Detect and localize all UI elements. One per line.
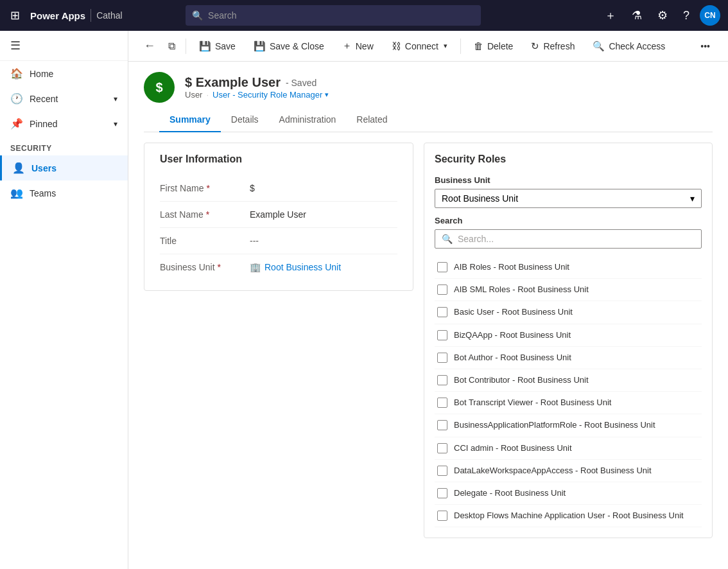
role-list-item[interactable]: Delegate - Root Business Unit	[435, 482, 702, 505]
save-label: Save	[215, 41, 236, 51]
security-roles-title: Security Roles	[435, 153, 702, 165]
role-checkbox[interactable]	[437, 511, 447, 521]
sidebar-toggle[interactable]: ☰	[0, 31, 128, 61]
role-checkbox[interactable]	[437, 466, 447, 476]
tab-related[interactable]: Related	[346, 108, 397, 132]
role-list-item[interactable]: DataLakeWorkspaceAppAccess - Root Busine…	[435, 460, 702, 482]
role-name: Desktop Flows Machine Application User -…	[454, 510, 684, 521]
sidebar-item-users[interactable]: 👤 Users	[0, 155, 128, 180]
role-checkbox[interactable]	[437, 353, 447, 363]
search-input[interactable]	[208, 10, 474, 21]
role-list-item[interactable]: Desktop Flows Machine Application User -…	[435, 505, 702, 527]
role-name: DataLakeWorkspaceAppAccess - Root Busine…	[454, 465, 652, 477]
restore-button[interactable]: ⧉	[163, 38, 180, 55]
search-box-icon: 🔍	[442, 234, 453, 244]
filter-icon-btn[interactable]: ⚗	[627, 6, 647, 25]
sidebar-item-pinned[interactable]: 📌 Pinned ▾	[0, 111, 128, 136]
field-value-business-unit[interactable]: 🏢 Root Business Unit	[250, 262, 397, 272]
business-unit-icon: 🏢	[250, 262, 261, 272]
role-checkbox[interactable]	[437, 420, 447, 430]
role-checkbox[interactable]	[437, 488, 447, 498]
back-button[interactable]: ←	[139, 37, 160, 55]
breadcrumb-role-link[interactable]: User - Security Role Manager ▾	[212, 90, 329, 100]
role-name: Bot Contributor - Root Business Unit	[454, 374, 589, 386]
refresh-icon: ↻	[531, 40, 539, 52]
home-icon: 🏠	[10, 67, 23, 80]
role-name: AIB Roles - Root Business Unit	[454, 261, 569, 273]
tab-administration[interactable]: Administration	[269, 108, 347, 132]
sidebar-item-label: Recent	[30, 94, 58, 104]
field-value-title: ---	[250, 236, 397, 246]
check-access-button[interactable]: 🔍 Check Access	[585, 37, 673, 56]
delete-button[interactable]: 🗑 Delete	[466, 37, 521, 55]
sidebar-item-recent[interactable]: 🕐 Recent ▾	[0, 86, 128, 111]
waffle-icon[interactable]: ⊞	[8, 6, 22, 25]
user-avatar[interactable]: CN	[700, 5, 720, 26]
save-close-button[interactable]: 💾 Save & Close	[246, 37, 332, 56]
chevron-down-icon: ▾	[114, 119, 117, 128]
roles-search-input[interactable]	[458, 234, 695, 244]
field-title: Title ---	[160, 228, 397, 254]
sidebar-item-label: Home	[30, 69, 53, 79]
role-checkbox[interactable]	[437, 443, 447, 453]
breadcrumb-separator: ·	[206, 90, 209, 100]
sidebar-item-label: Teams	[30, 188, 56, 198]
connect-button[interactable]: ⛓ Connect ▾	[384, 37, 455, 55]
connect-label: Connect	[405, 41, 438, 51]
role-checkbox[interactable]	[437, 398, 447, 408]
role-name: Delegate - Root Business Unit	[454, 487, 566, 499]
new-label: New	[356, 41, 374, 51]
sidebar-item-home[interactable]: 🏠 Home	[0, 61, 128, 86]
refresh-label: Refresh	[543, 41, 575, 51]
save-button[interactable]: 💾 Save	[191, 37, 243, 56]
search-box[interactable]: 🔍	[435, 229, 702, 249]
role-list-item[interactable]: CCI admin - Root Business Unit	[435, 437, 702, 460]
breadcrumb-chevron-icon: ▾	[325, 91, 329, 99]
save-close-label: Save & Close	[270, 41, 324, 51]
role-checkbox[interactable]	[437, 307, 447, 317]
field-label-last-name: Last Name*	[160, 209, 250, 220]
search-label: Search	[435, 216, 702, 225]
role-list-item[interactable]: AIB Roles - Root Business Unit	[435, 256, 702, 279]
connect-icon: ⛓	[392, 40, 401, 51]
business-unit-dropdown-value: Root Business Unit	[442, 193, 518, 204]
business-unit-dropdown[interactable]: Root Business Unit ▾	[435, 189, 702, 208]
global-search-box[interactable]: 🔍	[186, 5, 481, 26]
help-icon-btn[interactable]: ?	[678, 6, 695, 25]
tab-summary[interactable]: Summary	[159, 108, 221, 132]
sidebar-item-teams[interactable]: 👥 Teams	[0, 180, 128, 206]
tabs: Summary Details Administration Related	[144, 108, 713, 132]
role-list-item[interactable]: BizQAApp - Root Business Unit	[435, 324, 702, 347]
brand-divider	[91, 9, 91, 22]
security-roles-panel: Security Roles Business Unit Root Busine…	[424, 143, 713, 538]
settings-icon-btn[interactable]: ⚙	[652, 6, 673, 25]
page-title: $ Example User	[185, 75, 281, 90]
role-list-item[interactable]: BusinessApplicationPlatformRole - Root B…	[435, 414, 702, 437]
tab-details[interactable]: Details	[221, 108, 269, 132]
field-first-name: First Name* $	[160, 175, 397, 202]
more-button[interactable]: •••	[693, 37, 718, 55]
delete-label: Delete	[487, 41, 513, 51]
role-checkbox[interactable]	[437, 262, 447, 272]
role-name: BizQAApp - Root Business Unit	[454, 329, 571, 341]
role-name: BusinessApplicationPlatformRole - Root B…	[454, 419, 655, 431]
new-button[interactable]: ＋ New	[334, 36, 381, 56]
business-unit-label: Business Unit	[435, 175, 702, 185]
sidebar-item-label: Pinned	[30, 119, 58, 129]
role-list-item[interactable]: AIB SML Roles - Root Business Unit	[435, 279, 702, 301]
role-list-item[interactable]: Basic User - Root Business Unit	[435, 301, 702, 324]
role-name: CCI admin - Root Business Unit	[454, 442, 572, 454]
role-checkbox[interactable]	[437, 330, 447, 340]
role-list-item[interactable]: Bot Transcript Viewer - Root Business Un…	[435, 392, 702, 414]
field-label-first-name: First Name*	[160, 183, 250, 193]
topbar: ⊞ Power Apps Cathal 🔍 ＋ ⚗ ⚙ ? CN	[0, 0, 728, 31]
role-checkbox[interactable]	[437, 375, 447, 385]
brand-name: Power Apps	[30, 10, 85, 21]
role-checkbox[interactable]	[437, 284, 447, 295]
more-icon: •••	[700, 41, 710, 51]
roles-list: AIB Roles - Root Business UnitAIB SML Ro…	[435, 256, 702, 527]
role-list-item[interactable]: Bot Contributor - Root Business Unit	[435, 369, 702, 392]
refresh-button[interactable]: ↻ Refresh	[523, 37, 582, 56]
add-icon-btn[interactable]: ＋	[600, 5, 621, 26]
role-list-item[interactable]: Bot Author - Root Business Unit	[435, 347, 702, 369]
